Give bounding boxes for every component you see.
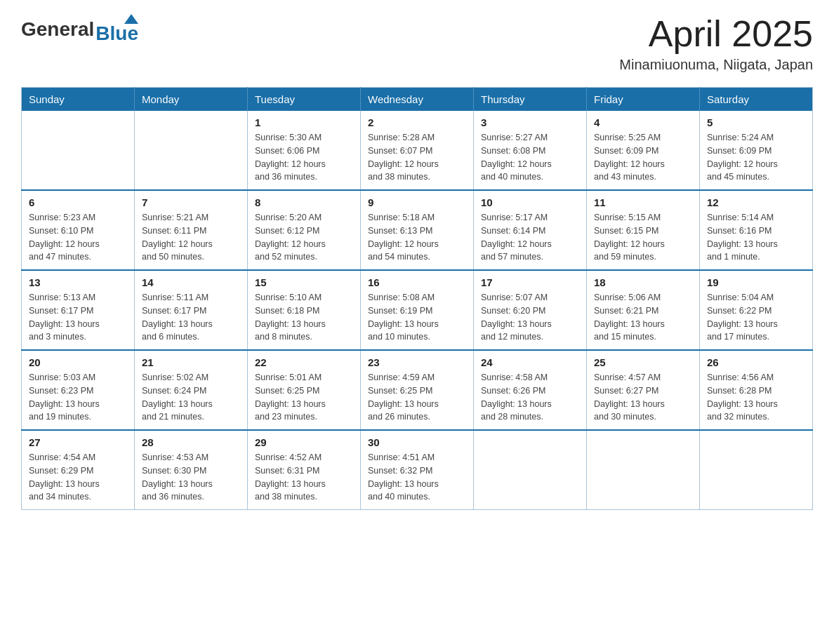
logo-blue-part: Blue: [95, 14, 138, 45]
weekday-header-tuesday: Tuesday: [248, 88, 361, 112]
logo-general-text: General: [21, 18, 94, 41]
day-info: Sunrise: 4:51 AM Sunset: 6:32 PM Dayligh…: [368, 451, 466, 504]
day-info: Sunrise: 5:02 AM Sunset: 6:24 PM Dayligh…: [142, 371, 240, 424]
logo: General Blue: [21, 14, 138, 45]
day-info: Sunrise: 4:53 AM Sunset: 6:30 PM Dayligh…: [142, 451, 240, 504]
day-number: 28: [142, 436, 240, 448]
calendar-cell: 30Sunrise: 4:51 AM Sunset: 6:32 PM Dayli…: [361, 430, 474, 510]
calendar-cell: [22, 111, 135, 190]
day-number: 19: [707, 276, 805, 288]
weekday-header-thursday: Thursday: [474, 88, 587, 112]
day-number: 13: [29, 276, 127, 288]
calendar-cell: 19Sunrise: 5:04 AM Sunset: 6:22 PM Dayli…: [700, 270, 813, 350]
calendar-week-row: 20Sunrise: 5:03 AM Sunset: 6:23 PM Dayli…: [22, 350, 813, 430]
day-info: Sunrise: 5:28 AM Sunset: 6:07 PM Dayligh…: [368, 131, 466, 184]
day-number: 23: [368, 356, 466, 368]
day-number: 24: [481, 356, 579, 368]
weekday-header-sunday: Sunday: [22, 88, 135, 112]
day-info: Sunrise: 4:57 AM Sunset: 6:27 PM Dayligh…: [594, 371, 692, 424]
calendar-cell: 28Sunrise: 4:53 AM Sunset: 6:30 PM Dayli…: [135, 430, 248, 510]
calendar-cell: [700, 430, 813, 510]
title-area: April 2025 Minamiuonuma, Niigata, Japan: [619, 14, 813, 73]
calendar-cell: [587, 430, 700, 510]
day-info: Sunrise: 5:21 AM Sunset: 6:11 PM Dayligh…: [142, 211, 240, 264]
calendar-cell: 17Sunrise: 5:07 AM Sunset: 6:20 PM Dayli…: [474, 270, 587, 350]
day-number: 29: [255, 436, 353, 448]
calendar-cell: 9Sunrise: 5:18 AM Sunset: 6:13 PM Daylig…: [361, 190, 474, 270]
day-info: Sunrise: 5:25 AM Sunset: 6:09 PM Dayligh…: [594, 131, 692, 184]
day-info: Sunrise: 5:18 AM Sunset: 6:13 PM Dayligh…: [368, 211, 466, 264]
day-number: 12: [707, 196, 805, 208]
calendar-cell: 4Sunrise: 5:25 AM Sunset: 6:09 PM Daylig…: [587, 111, 700, 190]
day-info: Sunrise: 5:27 AM Sunset: 6:08 PM Dayligh…: [481, 131, 579, 184]
day-number: 27: [29, 436, 127, 448]
calendar-cell: 15Sunrise: 5:10 AM Sunset: 6:18 PM Dayli…: [248, 270, 361, 350]
calendar-cell: [474, 430, 587, 510]
day-number: 14: [142, 276, 240, 288]
page-header: General Blue April 2025 Minamiuonuma, Ni…: [21, 14, 813, 73]
weekday-header-saturday: Saturday: [700, 88, 813, 112]
day-number: 2: [368, 116, 466, 128]
calendar-cell: 29Sunrise: 4:52 AM Sunset: 6:31 PM Dayli…: [248, 430, 361, 510]
calendar-cell: 24Sunrise: 4:58 AM Sunset: 6:26 PM Dayli…: [474, 350, 587, 430]
calendar-cell: 2Sunrise: 5:28 AM Sunset: 6:07 PM Daylig…: [361, 111, 474, 190]
calendar-cell: 13Sunrise: 5:13 AM Sunset: 6:17 PM Dayli…: [22, 270, 135, 350]
day-number: 9: [368, 196, 466, 208]
weekday-header-monday: Monday: [135, 88, 248, 112]
location-subtitle: Minamiuonuma, Niigata, Japan: [619, 57, 813, 73]
day-info: Sunrise: 5:10 AM Sunset: 6:18 PM Dayligh…: [255, 291, 353, 344]
calendar-cell: 25Sunrise: 4:57 AM Sunset: 6:27 PM Dayli…: [587, 350, 700, 430]
calendar-cell: 21Sunrise: 5:02 AM Sunset: 6:24 PM Dayli…: [135, 350, 248, 430]
calendar-cell: 27Sunrise: 4:54 AM Sunset: 6:29 PM Dayli…: [22, 430, 135, 510]
day-info: Sunrise: 5:15 AM Sunset: 6:15 PM Dayligh…: [594, 211, 692, 264]
day-number: 16: [368, 276, 466, 288]
day-info: Sunrise: 5:01 AM Sunset: 6:25 PM Dayligh…: [255, 371, 353, 424]
calendar-table: SundayMondayTuesdayWednesdayThursdayFrid…: [21, 87, 813, 510]
day-info: Sunrise: 4:52 AM Sunset: 6:31 PM Dayligh…: [255, 451, 353, 504]
logo-blue-text: Blue: [95, 22, 138, 45]
weekday-header-row: SundayMondayTuesdayWednesdayThursdayFrid…: [22, 88, 813, 112]
calendar-week-row: 13Sunrise: 5:13 AM Sunset: 6:17 PM Dayli…: [22, 270, 813, 350]
day-info: Sunrise: 5:06 AM Sunset: 6:21 PM Dayligh…: [594, 291, 692, 344]
day-number: 20: [29, 356, 127, 368]
calendar-week-row: 1Sunrise: 5:30 AM Sunset: 6:06 PM Daylig…: [22, 111, 813, 190]
day-info: Sunrise: 5:13 AM Sunset: 6:17 PM Dayligh…: [29, 291, 127, 344]
day-number: 21: [142, 356, 240, 368]
weekday-header-wednesday: Wednesday: [361, 88, 474, 112]
day-info: Sunrise: 5:07 AM Sunset: 6:20 PM Dayligh…: [481, 291, 579, 344]
day-info: Sunrise: 4:58 AM Sunset: 6:26 PM Dayligh…: [481, 371, 579, 424]
day-number: 10: [481, 196, 579, 208]
day-number: 25: [594, 356, 692, 368]
day-info: Sunrise: 4:59 AM Sunset: 6:25 PM Dayligh…: [368, 371, 466, 424]
calendar-cell: 23Sunrise: 4:59 AM Sunset: 6:25 PM Dayli…: [361, 350, 474, 430]
calendar-cell: 14Sunrise: 5:11 AM Sunset: 6:17 PM Dayli…: [135, 270, 248, 350]
day-info: Sunrise: 4:56 AM Sunset: 6:28 PM Dayligh…: [707, 371, 805, 424]
day-info: Sunrise: 5:24 AM Sunset: 6:09 PM Dayligh…: [707, 131, 805, 184]
day-number: 7: [142, 196, 240, 208]
calendar-cell: 7Sunrise: 5:21 AM Sunset: 6:11 PM Daylig…: [135, 190, 248, 270]
day-info: Sunrise: 5:03 AM Sunset: 6:23 PM Dayligh…: [29, 371, 127, 424]
day-info: Sunrise: 5:17 AM Sunset: 6:14 PM Dayligh…: [481, 211, 579, 264]
calendar-cell: 8Sunrise: 5:20 AM Sunset: 6:12 PM Daylig…: [248, 190, 361, 270]
calendar-cell: 16Sunrise: 5:08 AM Sunset: 6:19 PM Dayli…: [361, 270, 474, 350]
day-info: Sunrise: 5:20 AM Sunset: 6:12 PM Dayligh…: [255, 211, 353, 264]
calendar-cell: 6Sunrise: 5:23 AM Sunset: 6:10 PM Daylig…: [22, 190, 135, 270]
day-info: Sunrise: 5:14 AM Sunset: 6:16 PM Dayligh…: [707, 211, 805, 264]
calendar-week-row: 27Sunrise: 4:54 AM Sunset: 6:29 PM Dayli…: [22, 430, 813, 510]
day-number: 1: [255, 116, 353, 128]
calendar-cell: 10Sunrise: 5:17 AM Sunset: 6:14 PM Dayli…: [474, 190, 587, 270]
calendar-cell: 18Sunrise: 5:06 AM Sunset: 6:21 PM Dayli…: [587, 270, 700, 350]
day-number: 4: [594, 116, 692, 128]
calendar-cell: 1Sunrise: 5:30 AM Sunset: 6:06 PM Daylig…: [248, 111, 361, 190]
day-info: Sunrise: 5:30 AM Sunset: 6:06 PM Dayligh…: [255, 131, 353, 184]
day-number: 8: [255, 196, 353, 208]
day-number: 5: [707, 116, 805, 128]
calendar-week-row: 6Sunrise: 5:23 AM Sunset: 6:10 PM Daylig…: [22, 190, 813, 270]
day-number: 26: [707, 356, 805, 368]
day-number: 22: [255, 356, 353, 368]
day-number: 15: [255, 276, 353, 288]
day-number: 17: [481, 276, 579, 288]
calendar-cell: 12Sunrise: 5:14 AM Sunset: 6:16 PM Dayli…: [700, 190, 813, 270]
day-info: Sunrise: 5:23 AM Sunset: 6:10 PM Dayligh…: [29, 211, 127, 264]
calendar-cell: [135, 111, 248, 190]
